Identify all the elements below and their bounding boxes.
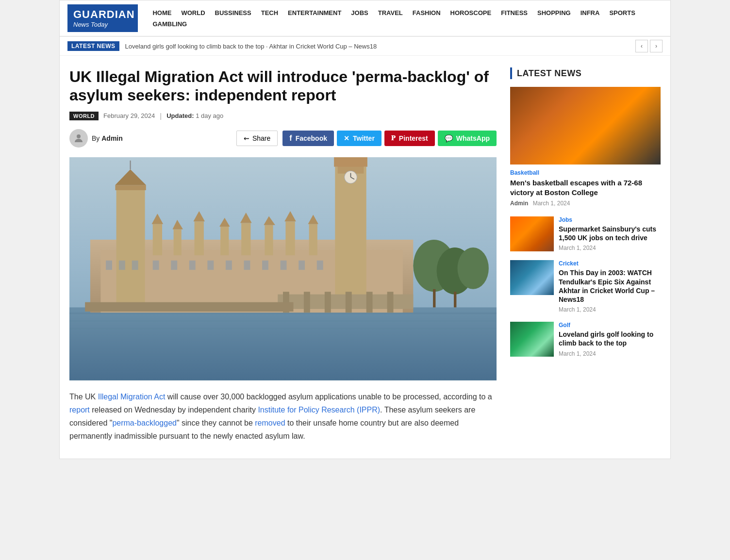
svg-rect-8 (335, 167, 366, 308)
nav-item-fitness[interactable]: FITNESS (496, 7, 532, 18)
nav-item-world[interactable]: WORLD (176, 7, 210, 18)
svg-rect-40 (226, 261, 232, 270)
news-card-small-category-1: Jobs (559, 216, 661, 223)
site-logo[interactable]: GUARDIAN News Today (67, 4, 138, 32)
article-updated: Updated: 1 day ago (166, 112, 223, 119)
news-card-small-2: Cricket On This Day in 2003: WATCH Tendu… (510, 260, 661, 313)
ticker-prev[interactable]: ‹ (635, 40, 648, 52)
sidebar: LATEST NEWS Basketball Men's basketball … (510, 67, 661, 443)
svg-rect-50 (346, 292, 352, 313)
ticker-bar: LATEST NEWS Loveland girls golf looking … (60, 36, 670, 56)
svg-rect-2 (69, 308, 497, 380)
svg-rect-14 (115, 185, 146, 190)
site-tagline: News Today (73, 21, 132, 28)
svg-rect-41 (244, 261, 250, 270)
news-card-small-title-2[interactable]: On This Day in 2003: WATCH Tendulkar's E… (559, 268, 661, 304)
ticker-controls: ‹ › (635, 40, 663, 52)
svg-rect-43 (281, 261, 287, 270)
svg-rect-36 (153, 261, 159, 270)
news-card-small-category-3: Golf (559, 322, 661, 329)
svg-rect-49 (325, 292, 331, 313)
svg-rect-34 (119, 261, 125, 270)
nav-item-horoscope[interactable]: HOROSCOPE (446, 7, 497, 18)
ticker-label: LATEST NEWS (67, 41, 119, 51)
nav-item-tech[interactable]: TECH (256, 7, 283, 18)
avatar (69, 129, 88, 148)
svg-rect-5 (69, 328, 497, 329)
latest-news-title: LATEST NEWS (517, 68, 581, 79)
news-card-small-date-3: March 1, 2024 (559, 350, 661, 357)
main-content: UK Illegal Migration Act will introduce … (60, 56, 670, 459)
svg-rect-37 (171, 261, 177, 270)
nav-item-shopping[interactable]: SHOPPING (532, 7, 576, 18)
news-card-small-date-1: March 1, 2024 (559, 245, 661, 251)
svg-rect-42 (262, 261, 268, 270)
article-meta: WORLD February 29, 2024 | Updated: 1 day… (69, 112, 497, 120)
nav-item-infra[interactable]: INFRA (576, 7, 605, 18)
svg-rect-44 (299, 261, 305, 270)
news-card-small-content-1: Jobs Supermarket Sainsbury's cuts 1,500 … (559, 216, 661, 251)
nav-item-gambling[interactable]: GAMBLING (148, 18, 192, 30)
social-buttons: f Facebook ✕ Twitter 𝐏 Pinterest 💬 Whats… (282, 131, 497, 146)
svg-point-0 (77, 134, 81, 138)
news-card-small-date-2: March 1, 2024 (559, 306, 661, 313)
svg-rect-39 (207, 261, 214, 270)
svg-rect-19 (174, 230, 182, 256)
nav-item-jobs[interactable]: JOBS (346, 7, 373, 18)
article-date: February 29, 2024 (103, 112, 155, 119)
news-card-small-image-3 (510, 322, 554, 357)
svg-rect-51 (366, 292, 373, 313)
twitter-button[interactable]: ✕ Twitter (337, 131, 382, 146)
ticker-next[interactable]: › (650, 40, 663, 52)
news-card-small-category-2: Cricket (559, 260, 661, 267)
news-card-meta-0: Admin March 1, 2024 (510, 200, 661, 207)
news-card-small-content-3: Golf Loveland girls golf looking to clim… (559, 322, 661, 357)
news-card-small-image-1 (510, 216, 554, 251)
svg-rect-53 (85, 302, 293, 312)
svg-rect-4 (69, 320, 497, 321)
pinterest-button[interactable]: 𝐏 Pinterest (384, 131, 435, 146)
twitter-icon: ✕ (344, 134, 349, 142)
author-name: By Admin (92, 134, 123, 142)
site-name: GUARDIAN (73, 8, 132, 21)
whatsapp-button[interactable]: 💬 WhatsApp (438, 131, 497, 146)
news-card-title-0[interactable]: Men's basketball escapes with a 72-68 vi… (510, 178, 661, 197)
news-card-small-title-1[interactable]: Supermarket Sainsbury's cuts 1,500 UK jo… (559, 225, 661, 242)
nav-item-entertainment[interactable]: ENTERTAINMENT (283, 7, 346, 18)
news-card-small-content-2: Cricket On This Day in 2003: WATCH Tendu… (559, 260, 661, 313)
nav-item-sports[interactable]: SPORTS (604, 7, 640, 18)
nav-item-home[interactable]: HOME (148, 7, 176, 18)
facebook-button[interactable]: f Facebook (282, 131, 334, 146)
share-button[interactable]: ⇜ Share (236, 131, 278, 146)
share-icon: ⇜ (244, 134, 249, 142)
nav-item-fashion[interactable]: FASHION (408, 7, 446, 18)
article: UK Illegal Migration Act will introduce … (69, 67, 497, 443)
news-card-small-title-3[interactable]: Loveland girls golf looking to climb bac… (559, 330, 661, 347)
ticker-text: Loveland girls golf looking to climb bac… (125, 43, 630, 50)
svg-rect-48 (304, 292, 310, 313)
svg-rect-57 (433, 289, 435, 308)
author-block: By Admin (69, 129, 232, 148)
news-card-image-0 (510, 87, 661, 165)
sidebar-news-list: Basketball Men's basketball escapes with… (510, 87, 661, 357)
svg-rect-17 (153, 224, 162, 255)
pinterest-icon: 𝐏 (391, 134, 396, 142)
article-body: The UK Illegal Migration Act will cause … (69, 390, 497, 443)
svg-rect-25 (241, 223, 250, 256)
article-category[interactable]: WORLD (69, 112, 99, 120)
facebook-icon: f (289, 134, 292, 143)
news-card-small-image-2 (510, 260, 554, 295)
svg-rect-33 (106, 261, 112, 270)
nav-item-travel[interactable]: TRAVEL (373, 7, 408, 18)
svg-rect-23 (220, 227, 229, 255)
svg-rect-29 (285, 221, 295, 255)
share-bar: By Admin ⇜ Share f Facebook ✕ Twitter (69, 129, 497, 148)
latest-news-bar-decoration (510, 67, 512, 79)
svg-rect-13 (116, 188, 145, 308)
svg-rect-52 (387, 292, 394, 313)
nav-item-bussiness[interactable]: BUSSINESS (210, 7, 256, 18)
article-title: UK Illegal Migration Act will introduce … (69, 67, 497, 105)
svg-rect-58 (454, 292, 456, 307)
header: GUARDIAN News Today HOMEWORLDBUSSINESSTE… (60, 0, 670, 56)
svg-rect-10 (334, 157, 367, 167)
